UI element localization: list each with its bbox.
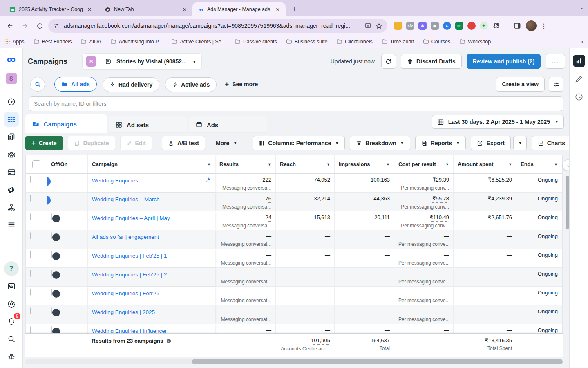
- url-text[interactable]: adsmanager.facebook.com/adsmanager/manag…: [64, 22, 360, 29]
- ab-test-button[interactable]: A/B test: [162, 136, 205, 150]
- filter-chip-had-delivery[interactable]: Had delivery: [103, 77, 159, 92]
- history-clock-icon[interactable]: [573, 91, 585, 103]
- columns-button[interactable]: Columns: Performance▼: [253, 136, 345, 150]
- sort-chevron-icon[interactable]: ▼: [445, 162, 449, 166]
- refresh-button[interactable]: [381, 54, 396, 69]
- url-bar[interactable]: adsmanager.facebook.com/adsmanager/manag…: [48, 19, 387, 33]
- row-checkbox[interactable]: [30, 232, 31, 239]
- column-header-results[interactable]: Results▼: [215, 155, 276, 173]
- campaign-link[interactable]: All ads so far | engagement: [92, 233, 211, 241]
- events-manager-icon[interactable]: [4, 200, 19, 215]
- results-value[interactable]: 24: [266, 214, 271, 222]
- column-header-campaign[interactable]: Campaign▼: [88, 155, 215, 173]
- header-more-button[interactable]: ...: [546, 54, 565, 69]
- campaign-toggle[interactable]: [51, 270, 52, 277]
- column-header-reach[interactable]: Reach▼: [276, 155, 335, 173]
- bookmark-item[interactable]: Best Funnels: [34, 38, 72, 45]
- account-avatar[interactable]: S: [6, 73, 17, 84]
- sort-chevron-icon[interactable]: ▼: [554, 162, 558, 166]
- filter-chip-active-ads[interactable]: Active ads: [165, 77, 217, 92]
- campaign-toggle[interactable]: [51, 307, 52, 314]
- plus-ext-icon[interactable]: +: [480, 22, 488, 30]
- sort-chevron-icon[interactable]: ▼: [268, 162, 271, 166]
- see-more-filters[interactable]: +See more: [225, 80, 258, 88]
- settings-gear-icon[interactable]: [4, 296, 19, 311]
- create-view-button[interactable]: Create a view: [496, 77, 545, 92]
- bookmark-star-icon[interactable]: [376, 22, 382, 29]
- billing-card-icon[interactable]: [4, 165, 19, 180]
- updates-news-icon[interactable]: [4, 279, 19, 294]
- red-ext-icon[interactable]: [467, 22, 476, 30]
- row-checkbox[interactable]: [30, 195, 31, 202]
- discard-drafts-button[interactable]: Discard Drafts: [401, 54, 462, 69]
- report-bug-icon[interactable]: [4, 349, 19, 364]
- audiences-icon[interactable]: [4, 147, 19, 162]
- campaign-link[interactable]: Wedding Enquiries – March: [92, 196, 211, 203]
- tab-close-icon[interactable]: ✕: [86, 7, 93, 13]
- install-icon[interactable]: [364, 22, 371, 29]
- profile-avatar[interactable]: [526, 20, 537, 31]
- vertical-scrollbar[interactable]: [566, 176, 569, 229]
- bookmarks-overflow-icon[interactable]: »: [580, 38, 583, 45]
- tab-ad-sets[interactable]: Ad sets: [109, 116, 187, 133]
- extensions-puzzle-icon[interactable]: [490, 20, 503, 32]
- view-settings-icon[interactable]: [549, 77, 563, 92]
- meta-logo-icon[interactable]: ∞: [7, 53, 16, 65]
- notifications-bell-icon[interactable]: 6: [4, 314, 19, 329]
- filter-chip-all-ads[interactable]: All ads: [54, 77, 97, 92]
- tab-close-icon[interactable]: ✕: [181, 7, 188, 13]
- column-header-cost-per-result[interactable]: Cost per result▼: [394, 155, 454, 173]
- campaign-link[interactable]: Wedding Enquiries | 2025: [92, 309, 211, 316]
- sort-chevron-icon[interactable]: ▼: [326, 162, 330, 166]
- campaign-toggle[interactable]: [51, 213, 52, 220]
- select-all-checkbox[interactable]: [32, 160, 40, 168]
- sort-chevron-icon[interactable]: ▼: [207, 162, 211, 166]
- tab-ads[interactable]: Ads: [189, 116, 267, 133]
- date-range-picker[interactable]: Last 30 days: 2 Apr 2025 - 1 May 2025 ▼: [432, 115, 564, 129]
- campaign-link[interactable]: Wedding Enquiries | Influencer: [92, 328, 211, 333]
- duplicate-button[interactable]: Duplicate: [68, 136, 115, 150]
- more-button[interactable]: More▼: [210, 136, 243, 150]
- row-checkbox[interactable]: [30, 251, 31, 258]
- bookmark-item[interactable]: Passive clients: [235, 38, 277, 45]
- results-value[interactable]: 222: [262, 176, 271, 184]
- edit-button[interactable]: Edit: [120, 136, 152, 150]
- row-checkbox[interactable]: [30, 307, 31, 314]
- browser-tab[interactable]: ∞ Ads Manager - Manage ads - ✕: [192, 2, 286, 16]
- totals-reach[interactable]: 101,905: [311, 337, 330, 345]
- promote-megaphone-icon[interactable]: [4, 182, 19, 197]
- bookmark-item[interactable]: Advertising Into P...: [110, 38, 163, 45]
- campaign-link[interactable]: Wedding Enquiries | Feb'25: [92, 290, 211, 297]
- tab-close-icon[interactable]: ✕: [274, 7, 282, 13]
- back-icon[interactable]: [4, 20, 16, 32]
- account-selector[interactable]: S Stories by Vishal (90852... ▼: [82, 53, 202, 70]
- tab-search-chevron-icon[interactable]: ⌄: [579, 4, 584, 10]
- campaign-link[interactable]: Wedding Enquiries | Feb'25 | 1: [92, 252, 211, 260]
- cost-per-result-value[interactable]: ₹29.39: [432, 176, 449, 184]
- tab-campaigns[interactable]: Campaigns: [25, 114, 107, 133]
- edit-pencil-icon[interactable]: [573, 73, 585, 85]
- bookmark-item[interactable]: Clickfunnels: [336, 38, 372, 45]
- code-ext-icon[interactable]: </>: [406, 22, 414, 30]
- row-checkbox[interactable]: [30, 289, 31, 296]
- bookmark-item[interactable]: Business suite: [286, 38, 328, 45]
- reports-button[interactable]: Reports▼: [415, 136, 466, 150]
- browser-tab[interactable]: 2025 Activity Tracker - Goog ✕: [4, 2, 97, 16]
- bookmark-item[interactable]: Workshop: [459, 38, 491, 45]
- campaign-link[interactable]: Wedding Enquiries – April | May: [92, 215, 211, 222]
- export-button[interactable]: Export: [471, 136, 510, 150]
- campaign-toggle[interactable]: [51, 251, 52, 258]
- column-header-impressions[interactable]: Impressions▼: [335, 155, 394, 173]
- campaigns-table-icon[interactable]: [4, 112, 19, 127]
- colorzilla-ext-icon[interactable]: C: [443, 22, 451, 30]
- sort-chevron-icon[interactable]: ▼: [508, 162, 512, 166]
- forward-icon[interactable]: [19, 20, 31, 32]
- all-tools-menu-icon[interactable]: [4, 218, 19, 232]
- review-publish-button[interactable]: Review and publish (2): [467, 54, 541, 69]
- campaign-toggle[interactable]: [51, 232, 52, 239]
- site-settings-icon[interactable]: [53, 22, 60, 29]
- bookmark-item[interactable]: Time audit: [382, 38, 414, 45]
- charts-button[interactable]: Charts: [532, 136, 569, 150]
- row-checkbox[interactable]: [30, 326, 31, 333]
- collapse-columns-button[interactable]: ‹: [562, 159, 569, 171]
